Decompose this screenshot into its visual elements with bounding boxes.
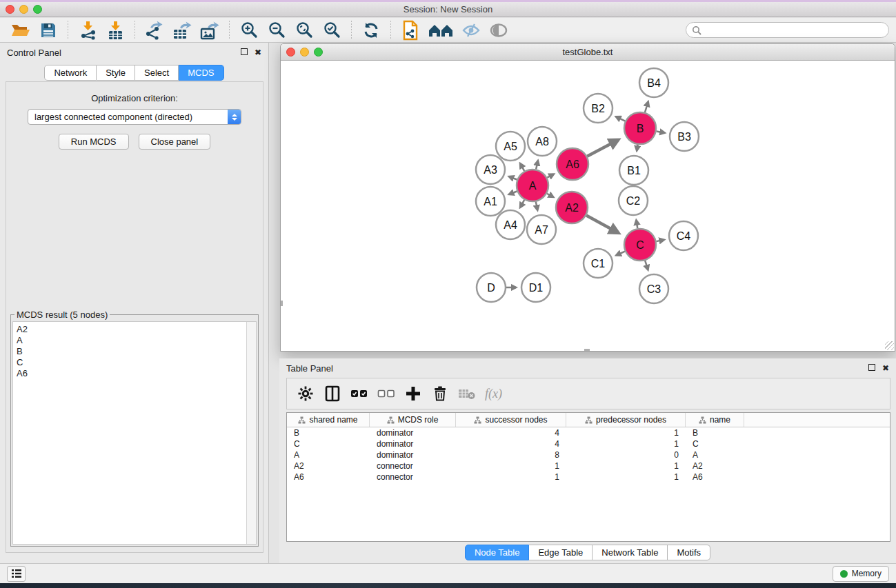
table-cell[interactable]: dominator	[370, 439, 456, 449]
column-header-MCDS-role[interactable]: MCDS role	[370, 413, 456, 427]
import-network-button[interactable]	[76, 20, 99, 41]
criterion-dropdown[interactable]: largest connected component (directed)	[28, 109, 241, 125]
table-cell[interactable]: B	[287, 428, 370, 438]
table-cell[interactable]: 1	[566, 428, 686, 438]
table-cell[interactable]: 1	[566, 472, 686, 482]
table-cell[interactable]: 4	[456, 439, 566, 449]
column-header-shared-name[interactable]: shared name	[287, 413, 370, 427]
table-cell[interactable]: dominator	[370, 428, 456, 438]
graph-edge-B-B4[interactable]	[645, 102, 648, 112]
table-cell[interactable]: A	[686, 450, 744, 460]
graph-node-A[interactable]: A	[517, 170, 548, 201]
table-tab-node-table[interactable]: Node Table	[465, 545, 530, 560]
search-field[interactable]	[686, 22, 889, 38]
mcds-result-list[interactable]: A2ABCA6	[12, 321, 257, 545]
hide-selected-button[interactable]	[459, 20, 483, 41]
result-scrollbar[interactable]	[246, 322, 256, 544]
export-table-button[interactable]	[170, 20, 194, 41]
table-cell[interactable]: 1	[566, 461, 686, 471]
graph-edge-C-C2[interactable]	[636, 221, 637, 229]
graph-edge-B-B3[interactable]	[657, 131, 665, 132]
close-panel-icon[interactable]: ✖	[255, 48, 261, 57]
refresh-layout-button[interactable]	[359, 20, 383, 41]
graph-edge-A-A7[interactable]	[536, 202, 537, 210]
table-cell[interactable]: connector	[370, 461, 456, 471]
table-cell[interactable]: B	[686, 428, 744, 438]
graph-node-B[interactable]: B	[624, 112, 656, 144]
graph-node-C3[interactable]: C3	[639, 274, 668, 303]
graph-node-B4[interactable]: B4	[639, 68, 668, 97]
graph-node-C4[interactable]: C4	[669, 221, 698, 250]
mcds-result-item[interactable]: B	[17, 346, 246, 357]
graph-edge-C-C3[interactable]	[645, 261, 648, 270]
network-window-titlebar[interactable]: testGlobe.txt	[281, 44, 895, 61]
tab-mcds[interactable]: MCDS	[179, 65, 223, 81]
create-column-button[interactable]	[403, 383, 424, 404]
column-header-successor-nodes[interactable]: successor nodes	[456, 413, 566, 427]
show-all-button[interactable]	[487, 20, 510, 41]
graph-node-A3[interactable]: A3	[476, 155, 505, 184]
select-all-button[interactable]	[349, 383, 370, 404]
graph-node-C2[interactable]: C2	[619, 186, 648, 215]
run-mcds-button[interactable]: Run MCDS	[59, 134, 129, 150]
graph-edge-A-A5[interactable]	[520, 163, 524, 171]
table-cell[interactable]: 4	[456, 428, 566, 438]
graph-node-A8[interactable]: A8	[528, 127, 557, 156]
graph-node-C1[interactable]: C1	[584, 249, 613, 278]
table-cell[interactable]: 1	[566, 439, 686, 449]
graph-edge-C-C4[interactable]	[657, 240, 664, 241]
graph-node-A5[interactable]: A5	[496, 132, 525, 161]
clone-network-button[interactable]	[399, 20, 422, 41]
close-panel-button[interactable]: Close panel	[139, 134, 211, 150]
graph-node-A2[interactable]: A2	[556, 192, 588, 223]
column-header-name[interactable]: name	[686, 413, 744, 427]
search-input[interactable]	[706, 26, 883, 35]
first-neighbors-button[interactable]	[426, 20, 455, 41]
mcds-result-item[interactable]: A6	[17, 368, 246, 379]
mcds-result-item[interactable]: A	[17, 335, 246, 346]
column-header-predecessor-nodes[interactable]: predecessor nodes	[566, 413, 686, 427]
window-resize-grip[interactable]	[885, 341, 894, 350]
graph-edge-A6-B[interactable]	[587, 140, 617, 156]
zoom-fit-button[interactable]	[292, 20, 316, 41]
graph-edge-C-C1[interactable]	[617, 252, 626, 256]
table-row[interactable]: A6connector11A6	[287, 472, 890, 483]
table-cell[interactable]: dominator	[370, 450, 456, 460]
table-cell[interactable]: A2	[287, 461, 370, 471]
table-cell[interactable]: 0	[566, 450, 686, 460]
table-row[interactable]: Bdominator41B	[287, 427, 890, 438]
graph-edge-A-A3[interactable]	[509, 176, 517, 179]
tab-network[interactable]: Network	[44, 65, 97, 81]
graph-node-C[interactable]: C	[624, 229, 656, 261]
graph-edge-A-A6[interactable]	[547, 174, 553, 178]
graph-edge-B-B1[interactable]	[637, 145, 637, 151]
graph-node-D1[interactable]: D1	[521, 273, 550, 302]
network-canvas[interactable]: B4B2BB3A8A5A6A3B1AA1C2A2A4A7C4CC1DD1C3	[281, 61, 895, 351]
graph-node-A4[interactable]: A4	[496, 210, 525, 239]
graph-node-B3[interactable]: B3	[670, 122, 699, 151]
deselect-all-button[interactable]	[376, 383, 397, 404]
table-row[interactable]: A2connector11A2	[287, 460, 890, 472]
table-settings-button[interactable]	[295, 383, 316, 404]
graph-node-B1[interactable]: B1	[619, 156, 648, 185]
zoom-selected-button[interactable]	[320, 20, 344, 41]
export-image-button[interactable]	[198, 20, 221, 41]
graph-edge-A-A2[interactable]	[547, 194, 553, 197]
zoom-in-button[interactable]	[237, 20, 261, 41]
graph-edge-A-A8[interactable]	[536, 161, 538, 169]
close-table-panel-icon[interactable]: ✖	[882, 364, 889, 372]
table-cell[interactable]: C	[287, 439, 370, 449]
table-cell[interactable]: 1	[456, 472, 566, 482]
tab-select[interactable]: Select	[135, 65, 179, 81]
task-history-button[interactable]	[7, 566, 26, 582]
import-table-button[interactable]	[103, 20, 127, 41]
table-tab-edge-table[interactable]: Edge Table	[529, 545, 593, 560]
graph-edge-B-B2[interactable]	[616, 116, 625, 121]
memory-button[interactable]: Memory	[833, 566, 889, 582]
mcds-result-item[interactable]: C	[17, 357, 246, 368]
graph-edge-A-A4[interactable]	[520, 200, 524, 207]
table-cell[interactable]: connector	[370, 472, 456, 482]
table-cell[interactable]: A6	[686, 472, 744, 482]
mcds-result-item[interactable]: A2	[17, 324, 246, 335]
table-cell[interactable]: C	[686, 439, 744, 449]
